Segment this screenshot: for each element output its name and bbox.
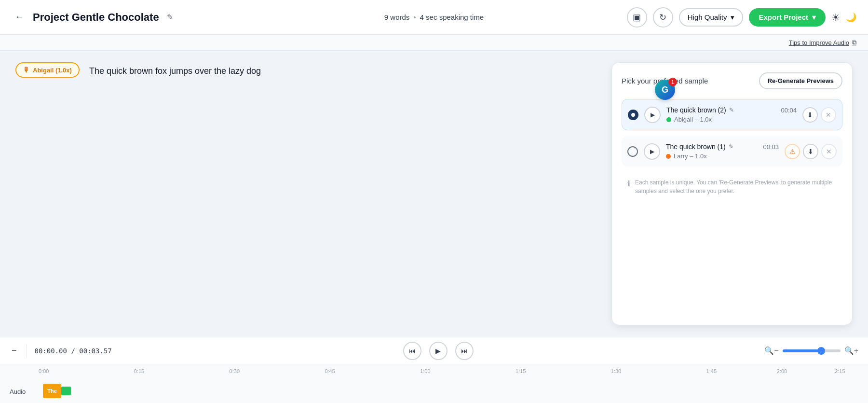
export-label: Export Project [759,13,808,21]
speaking-time: 4 sec speaking time [420,13,484,21]
sample-warning-2[interactable]: ⚠ [785,144,800,159]
voice-badge-label: Abigail (1.0x) [33,67,72,74]
playback-controls: ⏮ ▶ ⏭ [120,342,757,360]
sample-play-1[interactable]: ▶ [644,107,661,123]
grammarly-badge[interactable]: G 1 [655,80,675,100]
ruler-mark-130: 1:30 [611,368,621,374]
sample-actions-1: ⬇ ✕ [802,107,836,123]
time-total: 00:03.57 [79,347,111,355]
voice-name-1: Abigail – 1.0x [674,116,712,123]
timeline-ruler: 0:00 0:15 0:30 0:45 1:00 1:15 1:30 1:45 … [0,364,868,380]
sample-info-2: The quick brown (1) ✎ 00:03 Larry – 1.0x [666,143,779,160]
regenerate-button[interactable]: Re-Generate Previews [759,72,842,89]
voice-name-2: Larry – 1.0x [674,153,707,160]
sample-hint: ℹ Each sample is unique. You can 'Re-Gen… [622,172,842,201]
ruler-mark-115: 1:15 [515,368,526,374]
zoom-in-icon[interactable]: 🔍+ [844,346,858,355]
refresh-button[interactable]: ↻ [653,7,673,28]
zoom-out-icon[interactable]: 🔍− [764,346,778,355]
word-count: 9 words [384,13,410,21]
header: ← Project Gentle Chocolate ✎ 9 words • 4… [0,0,868,35]
ruler-mark-145: 1:45 [706,368,717,374]
microphone-icon: 🎙 [23,66,30,74]
sample-title-row-1: The quick brown (2) ✎ 00:04 [666,106,797,114]
ruler-mark-0: 0:00 [39,368,49,374]
info-icon: ℹ [627,179,630,188]
sample-duration-2: 00:03 [763,143,779,151]
voice-dot-row-1: Abigail – 1.0x [666,116,797,123]
sample-download-1[interactable]: ⬇ [802,107,818,123]
sample-radio-1[interactable] [628,110,638,120]
zoom-out-button[interactable]: − [10,344,19,358]
grammarly-count: 1 [668,78,677,86]
tips-link-text: Tips to Improve Audio [789,39,849,46]
light-theme-icon[interactable]: ☀ [831,12,840,23]
voice-dot-row-2: Larry – 1.0x [666,153,779,160]
sample-edit-icon-1[interactable]: ✎ [729,107,734,113]
tips-link-icon: ⧉ [852,39,856,46]
zoom-slider[interactable] [783,349,841,352]
dark-theme-icon[interactable]: 🌙 [846,12,856,23]
time-sep: / [71,347,79,355]
tips-link[interactable]: Tips to Improve Audio ⧉ [789,39,856,46]
sample-title-1: The quick brown (2) [666,106,726,114]
ruler-mark-15: 0:15 [134,368,144,374]
sample-actions-2: ⚠ ⬇ ✕ [785,144,837,159]
header-right: ▣ ↻ High Quality ▾ Export Project ▾ ☀ 🌙 [484,7,856,28]
export-button[interactable]: Export Project ▾ [749,8,826,27]
sample-radio-2[interactable] [627,146,638,157]
sample-edit-icon-2[interactable]: ✎ [729,143,733,150]
back-button[interactable]: ← [12,10,27,25]
audio-track: Audio The [0,380,868,403]
quality-button[interactable]: High Quality ▾ [679,8,744,27]
sample-title-2: The quick brown (1) [666,143,726,151]
sample-panel: Pick your preferred sample Re-Generate P… [611,62,853,325]
sample-play-2[interactable]: ▶ [644,143,660,160]
minus-icon: − [12,346,17,356]
skip-forward-icon: ⏭ [461,347,468,355]
ruler-mark-45: 0:45 [325,368,335,374]
ruler-content: 0:00 0:15 0:30 0:45 1:00 1:15 1:30 1:45 … [39,364,868,380]
voice-dot-orange [666,154,671,159]
tips-bar: Tips to Improve Audio ⧉ [0,35,868,51]
ruler-mark-100: 1:00 [420,368,430,374]
script-text: The quick brown fox jumps over the lazy … [89,62,261,78]
voice-dot-green [666,117,671,122]
timeline-controls: − 00:00.00 / 00:03.57 ⏮ ▶ ⏭ 🔍− 🔍+ [0,337,868,364]
time-display: 00:00.00 / 00:03.57 [35,347,112,355]
preview-icon: ▣ [633,12,641,23]
sample-download-2[interactable]: ⬇ [803,144,818,159]
timeline-container: − 00:00.00 / 00:03.57 ⏮ ▶ ⏭ 🔍− 🔍+ [0,337,868,403]
ruler-mark-30: 0:30 [230,368,240,374]
sample-close-2[interactable]: ✕ [821,144,837,159]
preview-button[interactable]: ▣ [627,7,647,28]
main-content: 🎙 Abigail (1.0x) The quick brown fox jum… [0,51,868,337]
time-current: 00:00.00 [35,347,67,355]
refresh-icon: ↻ [659,12,666,23]
edit-project-icon[interactable]: ✎ [167,13,173,22]
back-icon: ← [15,12,24,22]
audio-waveform [61,387,71,395]
project-title: Project Gentle Chocolate [33,11,159,24]
skip-forward-button[interactable]: ⏭ [455,342,474,360]
sample-item-2[interactable]: ▶ The quick brown (1) ✎ 00:03 Larry – 1.… [622,136,842,167]
voice-badge[interactable]: 🎙 Abigail (1.0x) [15,62,80,78]
controls-divider [27,344,27,358]
track-label: Audio [0,388,39,395]
sample-close-1[interactable]: ✕ [821,107,836,123]
skip-back-button[interactable]: ⏮ [403,342,421,360]
skip-back-icon: ⏮ [409,347,416,355]
track-content: The [39,380,868,403]
grammarly-letter: G [662,85,668,95]
audio-clip[interactable]: The [43,384,61,398]
sample-info-1: The quick brown (2) ✎ 00:04 Abigail – 1.… [666,106,797,123]
quality-chevron-icon: ▾ [731,13,734,22]
ruler-mark-215: 2:15 [835,368,845,374]
play-pause-button[interactable]: ▶ [429,342,448,360]
dot-separator: • [413,13,416,21]
sample-title-row-2: The quick brown (1) ✎ 00:03 [666,143,779,151]
export-chevron-icon: ▾ [812,13,816,22]
script-row: 🎙 Abigail (1.0x) The quick brown fox jum… [15,62,600,78]
script-area: 🎙 Abigail (1.0x) The quick brown fox jum… [15,62,600,325]
sample-item-1[interactable]: ▶ The quick brown (2) ✎ 00:04 Abigail – … [622,99,842,130]
